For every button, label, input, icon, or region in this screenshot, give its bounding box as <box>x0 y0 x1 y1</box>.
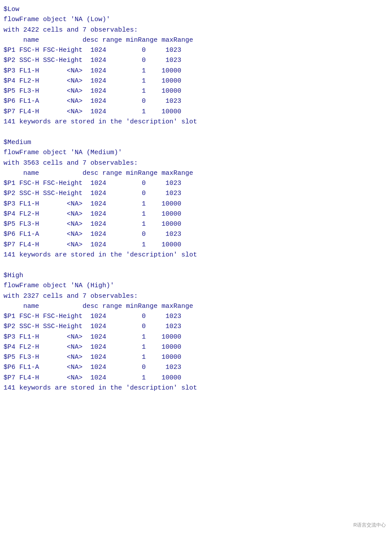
object-line: flowFrame object 'NA (High)' <box>4 281 388 291</box>
table-row: $P3 FL1-H <NA> 1024 1 10000 <box>4 199 388 209</box>
table-row: $P4 FL2-H <NA> 1024 1 10000 <box>4 209 388 219</box>
table-row: $P1 FSC-H FSC-Height 1024 0 1023 <box>4 311 388 321</box>
table-header: name desc range minRange maxRange <box>4 35 388 45</box>
table-row: $P6 FL1-A <NA> 1024 0 1023 <box>4 362 388 372</box>
table-row: $P2 SSC-H SSC-Height 1024 0 1023 <box>4 55 388 65</box>
table-row: $P3 FL1-H <NA> 1024 1 10000 <box>4 332 388 342</box>
table-row: $P4 FL2-H <NA> 1024 1 10000 <box>4 342 388 352</box>
table-row: $P2 SSC-H SSC-Height 1024 0 1023 <box>4 321 388 332</box>
variable-name: $Medium <box>4 137 388 148</box>
table-row: $P5 FL3-H <NA> 1024 1 10000 <box>4 86 388 96</box>
table-row: $P5 FL3-H <NA> 1024 1 10000 <box>4 352 388 362</box>
table-row: $P3 FL1-H <NA> 1024 1 10000 <box>4 66 388 76</box>
table-row: $P6 FL1-A <NA> 1024 0 1023 <box>4 96 388 106</box>
watermark: R语言交流中心 <box>352 521 388 529</box>
cells-line: with 2422 cells and 7 observables: <box>4 25 388 35</box>
object-line: flowFrame object 'NA (Medium)' <box>4 148 388 158</box>
footer-line: 141 keywords are stored in the 'descript… <box>4 117 388 127</box>
section-high: $High flowFrame object 'NA (High)' with … <box>4 271 388 393</box>
variable-name: $High <box>4 271 388 281</box>
footer-line: 141 keywords are stored in the 'descript… <box>4 383 388 393</box>
object-line: flowFrame object 'NA (Low)' <box>4 14 388 25</box>
section-low: $Low flowFrame object 'NA (Low)' with 24… <box>4 4 388 127</box>
table-row: $P2 SSC-H SSC-Height 1024 0 1023 <box>4 188 388 199</box>
table-row: $P7 FL4-H <NA> 1024 1 10000 <box>4 373 388 383</box>
table-row: $P1 FSC-H FSC-Height 1024 0 1023 <box>4 178 388 188</box>
table-row: $P5 FL3-H <NA> 1024 1 10000 <box>4 219 388 229</box>
table-row: $P1 FSC-H FSC-Height 1024 0 1023 <box>4 45 388 55</box>
footer-line: 141 keywords are stored in the 'descript… <box>4 250 388 260</box>
section-medium: $Medium flowFrame object 'NA (Medium)' w… <box>4 137 388 260</box>
table-header: name desc range minRange maxRange <box>4 301 388 311</box>
table-row: $P7 FL4-H <NA> 1024 1 10000 <box>4 240 388 250</box>
table-row: $P7 FL4-H <NA> 1024 1 10000 <box>4 107 388 117</box>
variable-name: $Low <box>4 4 388 14</box>
cells-line: with 3563 cells and 7 observables: <box>4 158 388 168</box>
table-row: $P6 FL1-A <NA> 1024 0 1023 <box>4 229 388 239</box>
cells-line: with 2327 cells and 7 observables: <box>4 291 388 301</box>
table-row: $P4 FL2-H <NA> 1024 1 10000 <box>4 76 388 86</box>
table-header: name desc range minRange maxRange <box>4 168 388 178</box>
console-output: $Low flowFrame object 'NA (Low)' with 24… <box>4 4 388 393</box>
